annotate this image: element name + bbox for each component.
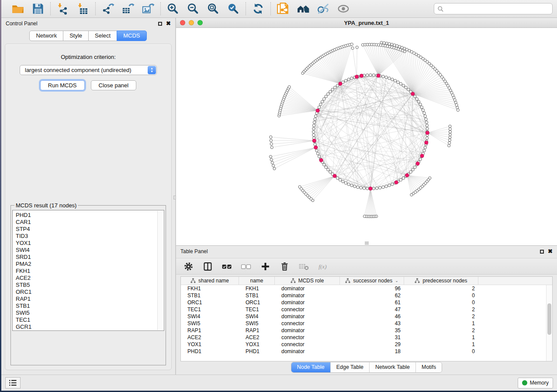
- mcds-result-item[interactable]: TEC1: [16, 316, 164, 323]
- mcds-result-item[interactable]: ACE2: [16, 275, 164, 282]
- mcds-result-item[interactable]: SWI5: [16, 309, 164, 316]
- table-settings-button[interactable]: [183, 261, 194, 272]
- tab-select[interactable]: Select: [88, 31, 117, 41]
- share-document-button[interactable]: [277, 2, 290, 15]
- table-row[interactable]: SWI4SWI4dominator462: [181, 313, 552, 320]
- maximize-window-icon[interactable]: [197, 20, 203, 25]
- network-graph[interactable]: [176, 28, 557, 245]
- table-row[interactable]: PHD1PHD1dominator180: [181, 348, 552, 355]
- export-network-button[interactable]: [101, 2, 114, 15]
- mcds-result-item[interactable]: ORC1: [16, 289, 164, 296]
- network-hscroll-thumb[interactable]: [365, 241, 369, 245]
- tab-style[interactable]: Style: [63, 31, 89, 41]
- zoom-fit-button[interactable]: [207, 2, 220, 15]
- search-icon: [437, 6, 444, 12]
- table-row[interactable]: FKH1FKH1dominator962: [181, 285, 552, 292]
- mcds-result-title: MCDS result (17 nodes): [14, 202, 78, 209]
- network-view-window: YPA_prune.txt_1: [176, 18, 557, 246]
- table-row[interactable]: YOX1YOX1connector291: [181, 341, 552, 348]
- close-window-icon[interactable]: [180, 20, 185, 25]
- mcds-result-item[interactable]: STB5: [16, 282, 164, 289]
- search-box[interactable]: [434, 3, 553, 14]
- tab-mcds[interactable]: MCDS: [117, 31, 146, 41]
- float-table-panel-icon[interactable]: [540, 250, 544, 254]
- close-panel-button[interactable]: Close panel: [91, 80, 137, 90]
- table-vscroll-thumb[interactable]: [547, 303, 551, 335]
- show-annotations-button[interactable]: [337, 2, 350, 15]
- network-overview-button[interactable]: [297, 2, 310, 15]
- control-panel-title: Control Panel: [6, 21, 38, 27]
- column-header-name[interactable]: name: [239, 277, 275, 285]
- import-table-button[interactable]: [76, 2, 90, 15]
- show-panels-button[interactable]: [5, 377, 21, 389]
- export-image-button[interactable]: [142, 2, 155, 15]
- zoom-selected-button[interactable]: [227, 2, 240, 15]
- mcds-result-item[interactable]: SWI4: [16, 247, 164, 254]
- delete-column-button[interactable]: [279, 261, 290, 272]
- mcds-result-item[interactable]: PMA2: [16, 261, 164, 268]
- tab-network-table[interactable]: Network Table: [369, 362, 415, 372]
- table-cell: TEC1: [181, 306, 239, 313]
- save-session-button[interactable]: [31, 2, 45, 15]
- table-cell: dominator: [275, 327, 340, 334]
- mcds-result-list[interactable]: PHD1CAR1STP4TID3YOX1SWI4SRD1PMA2FKH1ACE2…: [12, 210, 164, 331]
- import-network-button[interactable]: [56, 2, 69, 15]
- search-input[interactable]: [446, 6, 549, 12]
- column-header-shared-name[interactable]: shared name: [181, 277, 239, 285]
- close-panel-icon[interactable]: ✖: [166, 21, 171, 26]
- table-row[interactable]: ACE2ACE2connector311: [181, 334, 552, 341]
- mcds-result-item[interactable]: SRD1: [16, 254, 164, 261]
- hide-annotations-button[interactable]: [317, 2, 330, 15]
- tab-node-table[interactable]: Node Table: [291, 362, 330, 372]
- table-cell: dominator: [275, 292, 340, 299]
- mcds-result-item[interactable]: RAP1: [16, 296, 164, 303]
- mcds-result-item[interactable]: TID3: [16, 233, 164, 240]
- table-cell: 35: [340, 327, 404, 334]
- column-header-successor-nodes[interactable]: successor nodes⌄: [340, 277, 404, 285]
- table-cell: connector: [275, 306, 340, 313]
- table-cell: SWI4: [239, 313, 275, 320]
- memory-button[interactable]: Memory: [518, 378, 553, 389]
- tab-network[interactable]: Network: [29, 31, 63, 41]
- table-row[interactable]: RAP1RAP1dominator352: [181, 327, 552, 334]
- table-cell: connector: [275, 341, 340, 347]
- run-mcds-button[interactable]: Run MCDS: [40, 80, 85, 90]
- float-panel-icon[interactable]: [158, 22, 162, 26]
- refresh-view-button[interactable]: [252, 2, 265, 15]
- mcds-result-item[interactable]: PHD1: [16, 212, 164, 219]
- mcds-result-item[interactable]: STB1: [16, 303, 164, 309]
- table-row[interactable]: SWI5SWI5connector431: [181, 320, 552, 327]
- open-file-button[interactable]: [11, 2, 24, 15]
- table-cell: 2: [404, 306, 478, 313]
- mcds-result-item[interactable]: YOX1: [16, 240, 164, 247]
- zoom-in-button[interactable]: [166, 2, 180, 15]
- mcds-result-item[interactable]: CAR1: [16, 219, 164, 226]
- column-header-predecessor-nodes[interactable]: predecessor nodes: [404, 277, 478, 285]
- network-window-titlebar[interactable]: YPA_prune.txt_1: [176, 18, 557, 28]
- deselect-all-columns-button[interactable]: [241, 261, 252, 272]
- mcds-result-item[interactable]: GCR1: [16, 323, 164, 330]
- show-columns-button[interactable]: [202, 261, 213, 272]
- optimization-criterion-select[interactable]: largest connected component (undirected)…: [20, 65, 157, 75]
- table-vscroll[interactable]: [546, 285, 552, 361]
- table-row[interactable]: STB1STB1dominator620: [181, 292, 552, 299]
- column-header-MCDS-role[interactable]: MCDS role: [275, 277, 340, 285]
- select-all-columns-button[interactable]: [221, 261, 232, 272]
- table-cell: dominator: [275, 285, 340, 292]
- table-row[interactable]: ORC1ORC1dominator610: [181, 299, 552, 306]
- mcds-result-item[interactable]: FKH1: [16, 268, 164, 275]
- create-column-button[interactable]: [260, 261, 271, 272]
- tab-edge-table[interactable]: Edge Table: [330, 362, 369, 372]
- export-table-button[interactable]: [121, 2, 135, 15]
- table-row[interactable]: TEC1TEC1connector472: [181, 306, 552, 313]
- mcds-result-item[interactable]: STP4: [16, 226, 164, 233]
- panel-splitter-handle[interactable]: [173, 196, 176, 199]
- minimize-window-icon[interactable]: [189, 20, 194, 25]
- result-list-scrollbar[interactable]: [157, 211, 163, 330]
- network-canvas[interactable]: [176, 28, 557, 245]
- zoom-out-button[interactable]: [187, 2, 200, 15]
- close-table-panel-icon[interactable]: ✖: [548, 249, 553, 254]
- tab-motifs[interactable]: Motifs: [415, 362, 442, 372]
- node-table: shared namenameMCDS rolesuccessor nodes⌄…: [180, 276, 553, 361]
- table-cell: 2: [404, 327, 478, 334]
